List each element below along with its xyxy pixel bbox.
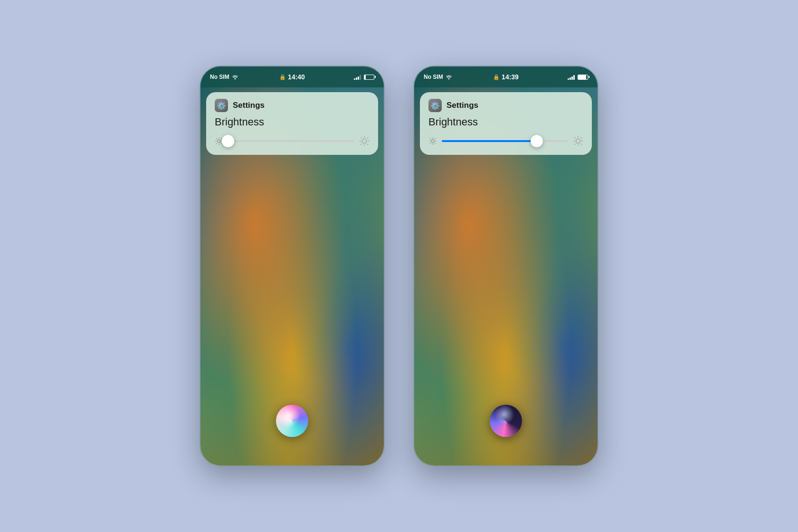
- signal-bar-r1: [568, 78, 569, 80]
- svg-line-17: [361, 144, 361, 145]
- svg-line-6: [216, 138, 217, 139]
- battery-icon-left: [364, 75, 374, 80]
- brightness-slider-left[interactable]: [215, 136, 370, 146]
- battery-fill-right: [578, 75, 586, 79]
- svg-point-20: [431, 140, 434, 142]
- card-header-left: ⚙️ Settings: [215, 99, 370, 112]
- status-bar-right: No SIM 🔒 14:39: [414, 66, 598, 87]
- svg-line-35: [581, 144, 582, 145]
- signal-bar-2: [356, 77, 357, 80]
- status-center-left: 🔒 14:40: [279, 73, 305, 81]
- sun-large-right: [573, 136, 583, 146]
- status-center-right: 🔒 14:39: [493, 73, 519, 81]
- slider-thumb-right[interactable]: [531, 135, 543, 147]
- card-app-name-left: Settings: [233, 101, 265, 110]
- svg-line-8: [216, 143, 217, 144]
- carrier-left: No SIM: [210, 74, 229, 80]
- svg-point-1: [218, 140, 220, 142]
- card-feature-left: Brightness: [215, 116, 370, 128]
- siri-orb-inner-right: [490, 405, 522, 437]
- settings-icon-right: ⚙️: [428, 99, 442, 112]
- svg-line-26: [435, 143, 436, 144]
- slider-thumb-left[interactable]: [222, 135, 234, 147]
- signal-right: [568, 74, 575, 80]
- siri-orb-right: [490, 405, 522, 437]
- status-left-right: No SIM: [424, 74, 452, 80]
- phone-left: No SIM 🔒 14:40 ⚙️ Set: [200, 66, 385, 466]
- svg-line-25: [430, 138, 431, 139]
- siri-card-left: ⚙️ Settings Brightness: [206, 92, 378, 155]
- svg-point-29: [576, 139, 580, 143]
- svg-line-16: [367, 144, 368, 145]
- battery-fill-left: [364, 75, 366, 79]
- settings-icon-left: ⚙️: [215, 99, 228, 112]
- svg-point-0: [234, 78, 236, 80]
- battery-icon-right: [578, 75, 588, 80]
- time-left: 14:40: [288, 73, 305, 81]
- svg-line-27: [430, 143, 431, 144]
- status-bar-left: No SIM 🔒 14:40: [200, 66, 384, 87]
- siri-orb-inner-left: [276, 405, 308, 437]
- card-app-name-right: Settings: [446, 101, 478, 110]
- svg-line-36: [574, 144, 575, 145]
- carrier-right: No SIM: [424, 74, 443, 80]
- slider-fill-right: [442, 140, 537, 142]
- svg-line-34: [574, 137, 575, 138]
- svg-line-37: [581, 137, 582, 138]
- time-right: 14:39: [502, 73, 519, 81]
- status-right-right: [568, 74, 588, 80]
- lock-icon-right: 🔒: [493, 74, 500, 80]
- lock-icon-left: 🔒: [279, 74, 286, 80]
- signal-bar-3: [358, 76, 359, 80]
- signal-bar-r4: [573, 75, 575, 80]
- signal-bar-r3: [571, 76, 573, 80]
- wifi-icon-left: [232, 75, 238, 79]
- svg-point-10: [362, 139, 366, 143]
- svg-line-28: [435, 138, 436, 139]
- card-feature-right: Brightness: [428, 116, 583, 128]
- brightness-slider-right[interactable]: [428, 136, 583, 146]
- sun-small-right: [428, 137, 437, 145]
- siri-orb-left: [276, 405, 308, 437]
- signal-left: [354, 74, 361, 80]
- card-header-right: ⚙️ Settings: [428, 99, 583, 112]
- svg-line-15: [361, 137, 361, 138]
- sun-large-left: [359, 136, 370, 146]
- wifi-icon-right: [446, 75, 452, 79]
- signal-bar-4: [360, 75, 361, 80]
- svg-line-7: [221, 143, 222, 144]
- slider-track-left[interactable]: [228, 140, 354, 142]
- status-right-left: [354, 74, 374, 80]
- svg-point-19: [448, 78, 449, 80]
- siri-card-right: ⚙️ Settings Brightness: [420, 92, 592, 155]
- status-left-left: No SIM: [210, 74, 238, 80]
- signal-bar-r2: [570, 77, 571, 80]
- svg-line-18: [367, 137, 368, 138]
- signal-bar-1: [354, 78, 355, 80]
- phone-right: No SIM 🔒 14:39 ⚙️ Set: [413, 66, 598, 466]
- slider-track-right[interactable]: [442, 140, 568, 142]
